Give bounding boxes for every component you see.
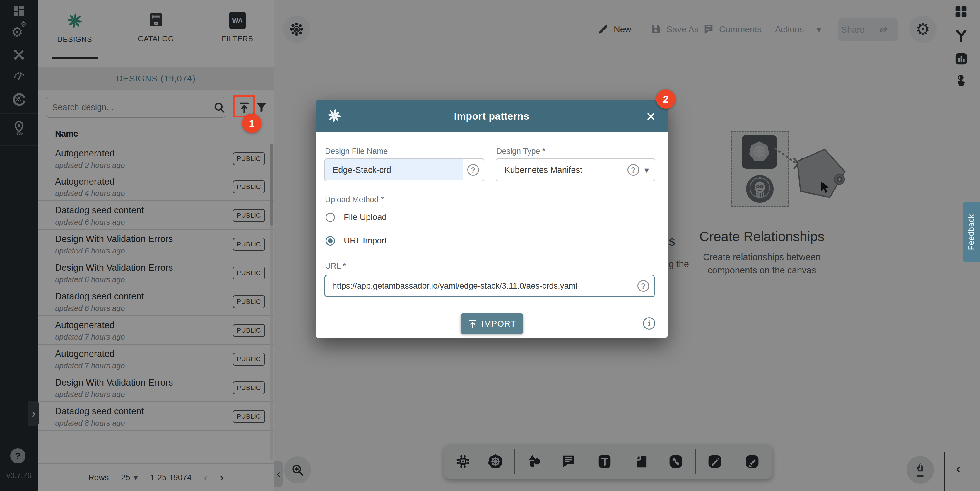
help-question-icon[interactable]: ? — [638, 280, 649, 292]
design-type-label: Design Type * — [496, 147, 546, 156]
meshery-playground: ⚙⚙ › ? v0.7.76 DESIGNS CATALOG WA FILTER… — [0, 0, 980, 491]
design-file-name-field: ? — [325, 158, 484, 181]
chevron-down-icon: ▾ — [644, 165, 649, 175]
file-upload-radio-label: File Upload — [344, 212, 387, 222]
close-icon[interactable] — [646, 112, 656, 121]
import-button[interactable]: IMPORT — [461, 314, 523, 334]
url-import-radio-label: URL Import — [344, 236, 387, 246]
url-input[interactable] — [325, 281, 633, 291]
radio-unselected-icon[interactable] — [326, 213, 335, 222]
upload-icon — [468, 319, 477, 328]
help-question-icon[interactable]: ? — [467, 164, 479, 176]
feedback-tab-label: Feedback — [967, 214, 976, 250]
design-file-name-input[interactable] — [325, 159, 463, 180]
feedback-tab[interactable]: Feedback — [963, 202, 980, 263]
url-label: URL * — [325, 261, 346, 271]
design-file-name-label: Design File Name — [325, 147, 388, 156]
import-patterns-modal: Import patterns Design File Name ? Desig… — [316, 100, 668, 338]
url-field: ? — [325, 274, 655, 297]
file-upload-radio-row[interactable]: File Upload — [326, 212, 387, 222]
upload-method-label: Upload Method * — [325, 195, 384, 204]
design-type-select[interactable]: Kubernetes Manifest ? ▾ — [496, 158, 655, 181]
design-type-value: Kubernetes Manifest — [504, 165, 627, 175]
modal-header: Import patterns — [316, 100, 668, 132]
radio-selected-icon[interactable] — [326, 236, 335, 246]
help-question-icon[interactable]: ? — [627, 164, 639, 176]
modal-title: Import patterns — [316, 110, 668, 122]
info-icon[interactable]: i — [643, 317, 655, 330]
url-import-radio-row[interactable]: URL Import — [326, 236, 387, 246]
step2-badge: 2 — [656, 89, 676, 109]
step1-badge: 1 — [242, 114, 261, 133]
